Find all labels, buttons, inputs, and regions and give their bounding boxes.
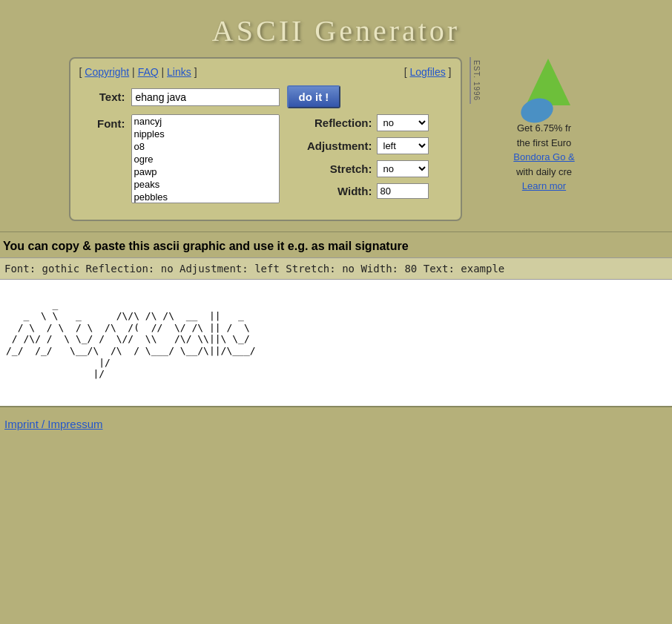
reflection-label: Reflection: (294, 116, 372, 129)
learn-more-link[interactable]: Learn mor (522, 180, 566, 191)
imprint-link[interactable]: Imprint / Impressum (4, 418, 103, 430)
adjustment-label: Adjustment: (294, 139, 372, 152)
nav-right: [ Logfiles ] (404, 66, 452, 78)
copy-notice: You can copy & paste this ascii graphic … (0, 232, 672, 257)
width-input[interactable] (377, 183, 429, 199)
stretch-row: Stretch: no yes (294, 160, 429, 177)
ad-content: Get 6.75% fr the first Euro Bondora Go &… (485, 57, 604, 194)
font-option-ogre[interactable]: ogre (132, 153, 279, 165)
ascii-output: _ _ \ \ _ /\/\ /\ /\ __ || _ / \ / \ / \… (0, 280, 672, 406)
options-panel: Reflection: no yes Adjustment: left cent… (294, 114, 429, 199)
font-option-nancyj[interactable]: nancyj (132, 115, 279, 128)
ad-logo (515, 57, 574, 116)
adjustment-row: Adjustment: left center right (294, 137, 429, 154)
footer: Imprint / Impressum (0, 407, 672, 453)
bondora-link[interactable]: Bondora Go & (513, 151, 574, 162)
nav-right-close-bracket: ] (449, 66, 452, 78)
font-option-nipples[interactable]: nipples (132, 128, 279, 140)
links-link[interactable]: Links (167, 66, 191, 78)
font-section: Font: nancyj nipples o8 ogre pawp peaks … (79, 114, 280, 203)
ad-text: Get 6.75% fr the first Euro Bondora Go &… (513, 121, 574, 194)
ad-line2: the first Euro (517, 137, 572, 148)
form-panel: [ Copyright | FAQ | Links ] [ Logfiles ]… (69, 57, 462, 221)
nav-left-close-bracket: ] (194, 66, 197, 78)
width-row: Width: (294, 183, 429, 199)
ad-panel: EST. 1996 Get 6.75% fr the first Euro Bo… (470, 57, 604, 194)
font-label: Font: (79, 114, 131, 130)
adjustment-select[interactable]: left center right (377, 137, 429, 154)
reflection-row: Reflection: no yes (294, 114, 429, 131)
main-area: [ Copyright | FAQ | Links ] [ Logfiles ]… (0, 57, 672, 221)
text-input[interactable] (131, 88, 280, 106)
faq-link[interactable]: FAQ (138, 66, 159, 78)
ascii-info-bar: Font: gothic Reflection: no Adjustment: … (0, 257, 672, 280)
nav-links: [ Copyright | FAQ | Links ] [ Logfiles ] (79, 66, 452, 78)
stretch-label: Stretch: (294, 162, 372, 175)
font-option-o8[interactable]: o8 (132, 140, 279, 153)
ascii-art: _ _ \ \ _ /\/\ /\ /\ __ || _ / \ / \ / \… (6, 299, 666, 380)
do-it-button[interactable]: do it ! (287, 85, 341, 108)
font-option-pawp[interactable]: pawp (132, 165, 279, 178)
logfiles-link[interactable]: Logfiles (409, 66, 445, 78)
ad-line4: with daily cre (516, 166, 572, 177)
ad-border-text: EST. 1996 (470, 57, 482, 104)
font-options-row: Font: nancyj nipples o8 ogre pawp peaks … (79, 114, 452, 203)
font-option-pebbles[interactable]: pebbles (132, 191, 279, 203)
ad-logo-svg (515, 57, 582, 124)
width-label: Width: (294, 185, 372, 197)
page-header: ASCII Generator (0, 0, 672, 57)
text-row: Text: do it ! (79, 85, 452, 108)
stretch-select[interactable]: no yes (377, 160, 429, 177)
font-select[interactable]: nancyj nipples o8 ogre pawp peaks pebble… (131, 114, 280, 203)
svg-marker-0 (526, 59, 570, 105)
copyright-link[interactable]: Copyright (85, 66, 129, 78)
nav-left: [ Copyright | FAQ | Links ] (79, 66, 197, 78)
ad-line1: Get 6.75% fr (517, 122, 571, 134)
page-title: ASCII Generator (0, 13, 672, 48)
text-label: Text: (79, 91, 131, 103)
reflection-select[interactable]: no yes (377, 114, 429, 131)
font-option-peaks[interactable]: peaks (132, 178, 279, 191)
